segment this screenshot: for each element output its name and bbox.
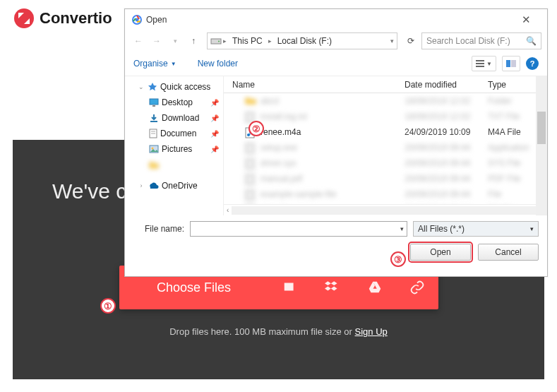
nav-up-icon[interactable]: ↑ (186, 33, 201, 49)
svg-rect-8 (511, 60, 516, 67)
svg-rect-4 (476, 60, 484, 61)
chrome-icon (132, 15, 142, 25)
file-date: 20/09/2019 09:44 (405, 158, 488, 168)
dialog-toolbar: Organise▼ New folder ▼ ? (125, 52, 547, 76)
close-icon[interactable]: ✕ (512, 13, 540, 26)
file-icon (245, 143, 256, 153)
link-icon[interactable] (396, 280, 438, 295)
annotation-1: ① (100, 298, 116, 314)
file-row[interactable]: manual.pdf20/09/2019 09:44PDF File (224, 171, 547, 186)
file-date: 20/09/2019 09:44 (405, 143, 488, 153)
search-icon: 🔍 (526, 36, 537, 46)
svg-rect-20 (246, 143, 254, 153)
file-row[interactable]: data.db20/09/2019 09:44DB File (224, 202, 547, 204)
file-icon (245, 158, 256, 168)
chevron-down-icon[interactable]: ▾ (400, 225, 404, 232)
file-row[interactable]: abcd18/09/2019 12:02Folder (224, 93, 547, 109)
nav-forward-icon[interactable]: → (149, 33, 164, 49)
tree-pictures[interactable]: Pictures📌 (131, 141, 223, 157)
onedrive-icon (148, 182, 159, 190)
chevron-down-icon[interactable]: ▾ (167, 33, 183, 49)
svg-rect-6 (476, 66, 484, 67)
search-placeholder: Search Local Disk (F:) (426, 36, 526, 46)
tree-item-blurred[interactable] (131, 157, 223, 172)
file-date: 24/09/2019 10:09 (405, 127, 488, 137)
file-icon (245, 189, 256, 199)
breadcrumb[interactable]: ▸ This PC ▸ Local Disk (F:) ▾ (207, 32, 397, 49)
filename-label: File name: (133, 224, 184, 234)
breadcrumb-root[interactable]: This PC (228, 36, 267, 46)
chevron-down-icon[interactable]: ▾ (390, 37, 394, 44)
signup-link[interactable]: Sign Up (355, 326, 388, 337)
col-name[interactable]: Name (224, 80, 405, 90)
file-name: driver.sys (260, 158, 297, 168)
dropbox-icon[interactable] (311, 280, 354, 295)
brand-name: Convertio (40, 9, 112, 28)
desktop-icon (149, 98, 159, 107)
annotation-3: ③ (390, 251, 406, 267)
horizontal-scrollbar[interactable]: ‹› (224, 204, 547, 215)
file-open-dialog: Open ✕ ← → ▾ ↑ ▸ This PC ▸ Local Disk (F… (124, 8, 548, 277)
tree-documents[interactable]: Documen📌 (131, 126, 223, 141)
list-view-icon (476, 60, 484, 67)
filetype-filter[interactable]: All Files (*.*)▾ (413, 221, 539, 237)
file-icon (245, 96, 256, 106)
svg-rect-9 (150, 99, 158, 105)
folder-icon (149, 160, 159, 169)
file-name: abcd (260, 96, 279, 106)
view-mode-button[interactable]: ▼ (472, 56, 496, 71)
file-row[interactable]: driver.sys20/09/2019 09:44SYS File (224, 155, 547, 171)
pin-icon: 📌 (210, 145, 219, 153)
filename-field[interactable]: ▾ (190, 221, 407, 237)
tree-onedrive[interactable]: ›OneDrive (131, 178, 223, 194)
tree-desktop[interactable]: Desktop📌 (131, 95, 223, 110)
open-button[interactable]: Open (410, 244, 471, 261)
folder-tree: ⌄Quick access Desktop📌 Download📌 Documen… (125, 76, 224, 215)
convertio-logo-icon (14, 8, 34, 28)
help-icon[interactable]: ? (526, 57, 539, 70)
tree-downloads[interactable]: Download📌 (131, 110, 223, 126)
new-folder-button[interactable]: New folder (198, 59, 238, 69)
file-row[interactable]: install.log.txt18/09/2019 12:02TXT File (224, 109, 547, 124)
col-date[interactable]: Date modified (405, 80, 488, 90)
download-icon (149, 113, 159, 123)
svg-rect-21 (246, 159, 254, 169)
dialog-nav: ← → ▾ ↑ ▸ This PC ▸ Local Disk (F:) ▾ ⟳ … (125, 30, 547, 52)
file-name: example-sample-file (260, 189, 336, 199)
drive-icon (210, 37, 222, 45)
breadcrumb-drive[interactable]: Local Disk (F:) (273, 36, 336, 46)
google-drive-icon[interactable] (354, 280, 396, 295)
columns-header: Name Date modified Type (224, 76, 547, 93)
cancel-button[interactable]: Cancel (478, 244, 539, 261)
svg-rect-22 (246, 174, 254, 184)
file-name: manual.pdf (260, 174, 302, 184)
organise-menu[interactable]: Organise▼ (133, 59, 176, 69)
file-date: 18/09/2019 12:02 (405, 96, 488, 106)
preview-pane-icon (506, 60, 516, 67)
file-name: renee.m4a (260, 127, 301, 137)
device-icon[interactable] (269, 280, 311, 295)
svg-rect-7 (506, 60, 510, 67)
vertical-scrollbar[interactable] (536, 76, 547, 215)
pin-icon: 📌 (210, 130, 219, 138)
chevron-right-icon: ▸ (223, 37, 227, 44)
pin-icon: 📌 (210, 99, 219, 107)
file-icon (245, 174, 256, 184)
file-list: Name Date modified Type abcd18/09/2019 1… (224, 76, 547, 215)
file-row[interactable]: setup.exe20/09/2019 09:44Application (224, 140, 547, 155)
file-row[interactable]: renee.m4a24/09/2019 10:09M4A File (224, 124, 547, 140)
file-row[interactable]: example-sample-file20/09/2019 09:44File (224, 186, 547, 202)
nav-back-icon[interactable]: ← (131, 33, 146, 49)
file-icon (245, 112, 256, 121)
tree-quick-access[interactable]: ⌄Quick access (131, 79, 223, 95)
file-date: 20/09/2019 09:44 (405, 189, 488, 199)
choose-files-label: Choose Files (119, 280, 269, 295)
search-input[interactable]: Search Local Disk (F:) 🔍 (421, 32, 541, 49)
refresh-icon[interactable]: ⟳ (403, 33, 419, 49)
document-icon (149, 129, 157, 138)
pin-icon: 📌 (210, 114, 219, 122)
preview-pane-button[interactable] (502, 56, 520, 71)
file-name: setup.exe (260, 143, 297, 153)
svg-rect-5 (476, 63, 484, 64)
dialog-titlebar: Open ✕ (125, 9, 547, 30)
